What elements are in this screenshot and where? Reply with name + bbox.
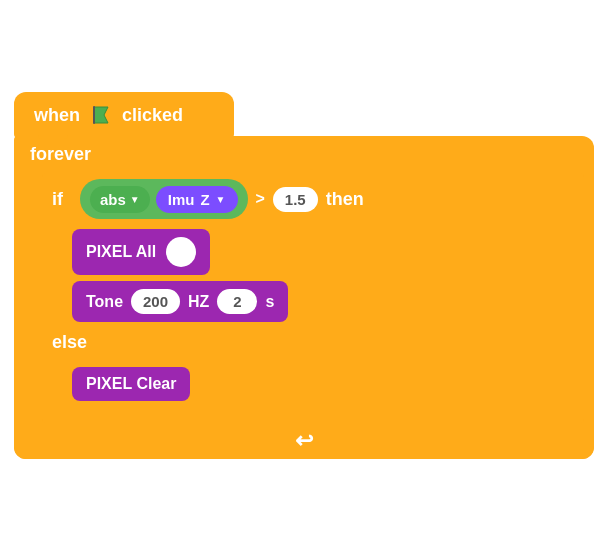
svg-marker-0 (94, 107, 108, 123)
tone-s-value[interactable]: 2 (217, 289, 257, 314)
puzzle-tab (38, 131, 68, 139)
condition-pill[interactable]: abs ▼ Imu Z ▼ (80, 179, 248, 219)
forever-body: if abs ▼ Imu Z ▼ (42, 173, 584, 423)
pixel-clear-label: PIXEL Clear (86, 375, 176, 393)
tone-block[interactable]: Tone 200 HZ 2 s (72, 281, 288, 322)
tone-hz-value[interactable]: 200 (131, 289, 180, 314)
z-label: Z (200, 191, 209, 208)
then-body: PIXEL All Tone 200 HZ 2 s (72, 225, 584, 326)
value-text: 1.5 (285, 191, 306, 208)
z-arrow: ▼ (216, 194, 226, 205)
forever-label: forever (30, 144, 91, 165)
else-body: PIXEL Clear (72, 359, 584, 409)
s-value-text: 2 (233, 293, 241, 310)
svg-rect-1 (93, 106, 95, 124)
tone-label: Tone (86, 293, 123, 311)
operator-label: > (256, 190, 265, 208)
flag-icon (90, 104, 112, 126)
if-label: if (52, 189, 72, 210)
then-label: then (326, 189, 364, 210)
forever-footer: ↩ (14, 423, 594, 459)
when-label: when (34, 105, 80, 126)
when-clicked-block[interactable]: when clicked (14, 92, 234, 138)
forever-block: forever if abs ▼ (14, 136, 594, 459)
value-field[interactable]: 1.5 (273, 187, 318, 212)
pixel-all-block[interactable]: PIXEL All (72, 229, 210, 275)
if-row: if abs ▼ Imu Z ▼ (42, 173, 584, 225)
color-picker[interactable] (166, 237, 196, 267)
hz-value-text: 200 (143, 293, 168, 310)
abs-dropdown[interactable]: abs ▼ (90, 186, 150, 213)
forever-header: forever (14, 136, 594, 173)
imu-z-dropdown[interactable]: Imu Z ▼ (156, 186, 238, 213)
if-footer (42, 409, 584, 423)
s-label: s (265, 293, 274, 311)
if-block: if abs ▼ Imu Z ▼ (42, 173, 584, 423)
pixel-clear-block[interactable]: PIXEL Clear (72, 367, 190, 401)
scratch-workspace: when clicked forever if (14, 92, 594, 459)
hz-label: HZ (188, 293, 209, 311)
abs-label: abs (100, 191, 126, 208)
imu-label: Imu (168, 191, 195, 208)
clicked-label: clicked (122, 105, 183, 126)
else-row: else (42, 326, 584, 359)
pixel-all-label: PIXEL All (86, 243, 156, 261)
loop-arrow-icon: ↩ (295, 428, 313, 454)
abs-arrow: ▼ (130, 194, 140, 205)
else-label: else (52, 332, 87, 352)
